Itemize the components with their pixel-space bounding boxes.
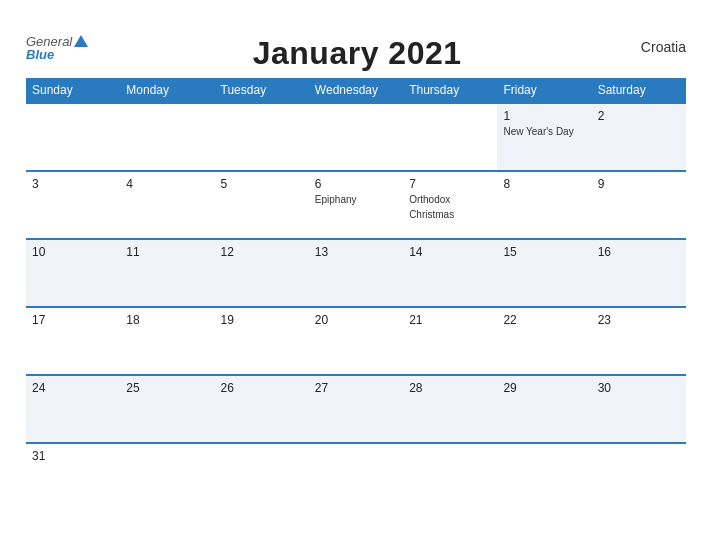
calendar-cell: 23 (592, 307, 686, 375)
day-number: 5 (221, 177, 303, 191)
calendar-cell: 9 (592, 171, 686, 239)
day-number: 27 (315, 381, 397, 395)
day-number: 3 (32, 177, 114, 191)
weekday-header-monday: Monday (120, 78, 214, 103)
calendar-cell (497, 443, 591, 511)
calendar-week-row: 10111213141516 (26, 239, 686, 307)
calendar-cell (403, 443, 497, 511)
calendar-cell: 11 (120, 239, 214, 307)
day-number: 14 (409, 245, 491, 259)
calendar-cell: 2 (592, 103, 686, 171)
weekday-header-wednesday: Wednesday (309, 78, 403, 103)
day-number: 28 (409, 381, 491, 395)
calendar-cell: 16 (592, 239, 686, 307)
calendar-cell: 29 (497, 375, 591, 443)
day-number: 10 (32, 245, 114, 259)
calendar-week-row: 3456Epiphany7OrthodoxChristmas89 (26, 171, 686, 239)
calendar-cell: 8 (497, 171, 591, 239)
day-number: 23 (598, 313, 680, 327)
calendar-cell (215, 443, 309, 511)
day-number: 18 (126, 313, 208, 327)
calendar-cell (592, 443, 686, 511)
event-label: Orthodox (409, 193, 491, 206)
day-number: 1 (503, 109, 585, 123)
country-label: Croatia (626, 35, 686, 55)
day-number: 2 (598, 109, 680, 123)
calendar-cell: 22 (497, 307, 591, 375)
day-number: 17 (32, 313, 114, 327)
calendar-cell: 15 (497, 239, 591, 307)
calendar-cell: 25 (120, 375, 214, 443)
event-label: Christmas (409, 208, 491, 221)
logo-triangle-icon (74, 35, 88, 47)
calendar-cell: 24 (26, 375, 120, 443)
day-number: 22 (503, 313, 585, 327)
day-number: 7 (409, 177, 491, 191)
day-number: 15 (503, 245, 585, 259)
day-number: 21 (409, 313, 491, 327)
calendar-cell (26, 103, 120, 171)
calendar-week-row: 1New Year's Day2 (26, 103, 686, 171)
day-number: 4 (126, 177, 208, 191)
calendar-cell: 6Epiphany (309, 171, 403, 239)
day-number: 16 (598, 245, 680, 259)
logo-blue-text: Blue (26, 48, 88, 61)
calendar-cell: 14 (403, 239, 497, 307)
event-label: Epiphany (315, 193, 397, 206)
day-number: 20 (315, 313, 397, 327)
calendar-cell: 12 (215, 239, 309, 307)
calendar-cell (309, 103, 403, 171)
weekday-header-saturday: Saturday (592, 78, 686, 103)
calendar-cell: 30 (592, 375, 686, 443)
day-number: 9 (598, 177, 680, 191)
day-number: 25 (126, 381, 208, 395)
weekday-header-sunday: Sunday (26, 78, 120, 103)
calendar-cell: 21 (403, 307, 497, 375)
calendar-cell (120, 103, 214, 171)
day-number: 19 (221, 313, 303, 327)
calendar-cell: 7OrthodoxChristmas (403, 171, 497, 239)
calendar-wrapper: General Blue January 2021 Croatia Sunday… (11, 25, 701, 526)
calendar-cell: 28 (403, 375, 497, 443)
weekday-header-tuesday: Tuesday (215, 78, 309, 103)
calendar-cell: 10 (26, 239, 120, 307)
day-number: 11 (126, 245, 208, 259)
weekday-header-friday: Friday (497, 78, 591, 103)
calendar-cell: 27 (309, 375, 403, 443)
event-label: New Year's Day (503, 125, 585, 138)
calendar-cell: 18 (120, 307, 214, 375)
calendar-cell (403, 103, 497, 171)
day-number: 24 (32, 381, 114, 395)
calendar-cell (215, 103, 309, 171)
calendar-cell: 5 (215, 171, 309, 239)
calendar-cell: 17 (26, 307, 120, 375)
day-number: 29 (503, 381, 585, 395)
calendar-cell: 4 (120, 171, 214, 239)
day-number: 31 (32, 449, 114, 463)
calendar-cell: 3 (26, 171, 120, 239)
calendar-cell: 26 (215, 375, 309, 443)
weekday-header-thursday: Thursday (403, 78, 497, 103)
month-year-title: January 2021 (253, 35, 462, 71)
calendar-cell: 31 (26, 443, 120, 511)
calendar-cell: 20 (309, 307, 403, 375)
calendar-week-row: 31 (26, 443, 686, 511)
calendar-week-row: 17181920212223 (26, 307, 686, 375)
day-number: 6 (315, 177, 397, 191)
day-number: 13 (315, 245, 397, 259)
calendar-title-block: January 2021 (88, 35, 626, 72)
day-number: 30 (598, 381, 680, 395)
weekday-header-row: SundayMondayTuesdayWednesdayThursdayFrid… (26, 78, 686, 103)
day-number: 8 (503, 177, 585, 191)
logo: General Blue (26, 35, 88, 61)
logo-general-text: General (26, 35, 72, 48)
calendar-week-row: 24252627282930 (26, 375, 686, 443)
day-number: 26 (221, 381, 303, 395)
calendar-cell: 1New Year's Day (497, 103, 591, 171)
calendar-cell: 13 (309, 239, 403, 307)
calendar-header: General Blue January 2021 Croatia (26, 35, 686, 72)
calendar-table: SundayMondayTuesdayWednesdayThursdayFrid… (26, 78, 686, 511)
day-number: 12 (221, 245, 303, 259)
calendar-cell (309, 443, 403, 511)
calendar-cell: 19 (215, 307, 309, 375)
